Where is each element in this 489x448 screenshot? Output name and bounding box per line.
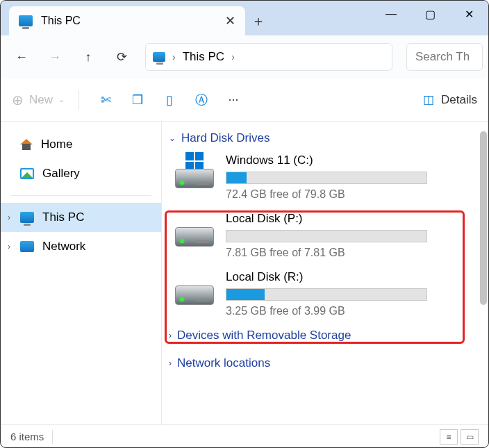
separator [52, 430, 53, 444]
forward-button[interactable]: → [40, 43, 70, 71]
window-controls: — ▢ ✕ [372, 1, 488, 27]
section-label: Devices with Removable Storage [177, 329, 351, 342]
up-button[interactable]: ↑ [73, 43, 103, 71]
navbar: ← → ↑ ⟳ › This PC › Search Th [1, 35, 488, 78]
new-tab-button[interactable]: ＋ [245, 6, 272, 35]
monitor-icon [20, 212, 34, 223]
search-placeholder: Search Th [415, 50, 470, 64]
drive-name: Local Disk (R:) [226, 270, 469, 284]
body: Home Gallery › This PC › Network ⌄ Hard … [1, 122, 488, 424]
windows-logo-icon [185, 152, 204, 170]
maximize-button[interactable]: ▢ [411, 1, 449, 27]
details-view-button[interactable]: ◫ Details [423, 92, 477, 107]
chevron-right-icon: › [231, 51, 235, 63]
tiles-view-icon[interactable]: ▭ [461, 429, 479, 445]
drive-r[interactable]: Local Disk (R:) 3.25 GB free of 3.99 GB [165, 265, 479, 323]
toolbar: ⊕ New ⌄ ✄ ❐ ▯ Ⓐ ··· ◫ Details [1, 78, 488, 122]
separator [78, 90, 79, 110]
chevron-right-icon: › [172, 51, 176, 63]
minimize-button[interactable]: — [372, 1, 411, 27]
back-button[interactable]: ← [6, 43, 37, 71]
section-header-hdd[interactable]: ⌄ Hard Disk Drives [165, 128, 479, 148]
section-label: Hard Disk Drives [181, 131, 270, 145]
drive-info: Windows 11 (C:) 72.4 GB free of 79.8 GB [226, 154, 469, 201]
chevron-right-icon[interactable]: › [8, 242, 10, 251]
chevron-down-icon: ⌄ [169, 133, 176, 143]
drive-p[interactable]: Local Disk (P:) 7.81 GB free of 7.81 GB [165, 206, 479, 265]
drive-name: Local Disk (P:) [226, 212, 469, 226]
more-button[interactable]: ··· [221, 88, 246, 113]
usage-bar [226, 230, 427, 242]
separator [10, 195, 151, 196]
status-bar: 6 items ≡ ▭ [1, 424, 488, 448]
usage-bar [226, 288, 427, 301]
item-count: 6 items [10, 431, 44, 442]
sidebar-item-home[interactable]: Home [1, 130, 161, 159]
gallery-icon [20, 168, 34, 179]
rename-icon[interactable]: Ⓐ [189, 88, 214, 113]
drive-c[interactable]: Windows 11 (C:) 72.4 GB free of 79.8 GB [165, 148, 479, 206]
sidebar: Home Gallery › This PC › Network [1, 122, 162, 424]
section-header-removable[interactable]: › Devices with Removable Storage [165, 326, 479, 345]
tab-close-icon[interactable]: ✕ [225, 13, 235, 28]
usage-bar [226, 172, 427, 184]
sidebar-item-gallery[interactable]: Gallery [1, 159, 161, 188]
refresh-button[interactable]: ⟳ [106, 43, 137, 71]
network-icon [20, 241, 34, 252]
drive-icon [174, 270, 215, 305]
copy-icon[interactable]: ❐ [125, 88, 150, 113]
chevron-right-icon: › [169, 331, 172, 340]
close-button[interactable]: ✕ [449, 1, 488, 27]
sidebar-label: This PC [42, 210, 84, 224]
chevron-right-icon: › [169, 358, 172, 368]
drive-info: Local Disk (R:) 3.25 GB free of 3.99 GB [226, 270, 469, 317]
drive-name: Windows 11 (C:) [226, 154, 469, 167]
new-label: New [29, 93, 53, 107]
content-pane: ⌄ Hard Disk Drives Windows 11 (C:) 72.4 … [162, 122, 488, 424]
sidebar-item-network[interactable]: › Network [1, 232, 161, 261]
new-button[interactable]: ⊕ New ⌄ [12, 92, 65, 108]
drive-stat: 7.81 GB free of 7.81 GB [226, 247, 469, 259]
sidebar-label: Network [42, 240, 85, 254]
sidebar-label: Gallery [42, 167, 80, 181]
details-view-icon[interactable]: ≡ [440, 429, 458, 445]
search-input[interactable]: Search Th [406, 43, 483, 71]
sidebar-item-this-pc[interactable]: › This PC [1, 203, 161, 232]
sidebar-label: Home [41, 138, 72, 151]
drive-stat: 72.4 GB free of 79.8 GB [226, 188, 469, 201]
cut-icon[interactable]: ✄ [93, 88, 118, 113]
paste-icon[interactable]: ▯ [157, 88, 182, 113]
monitor-icon [153, 52, 165, 62]
home-icon [20, 139, 33, 150]
drive-icon [174, 154, 215, 188]
section-hard-disk-drives: ⌄ Hard Disk Drives Windows 11 (C:) 72.4 … [165, 128, 479, 323]
drive-icon [174, 212, 215, 247]
scrollbar[interactable] [480, 131, 487, 305]
chevron-right-icon[interactable]: › [8, 213, 10, 222]
monitor-icon [19, 15, 33, 26]
tab-title: This PC [41, 15, 81, 27]
section-header-network-locations[interactable]: › Network locations [165, 354, 479, 373]
drive-info: Local Disk (P:) 7.81 GB free of 7.81 GB [226, 212, 469, 259]
address-location: This PC [183, 50, 224, 64]
section-label: Network locations [177, 356, 270, 370]
titlebar: This PC ✕ ＋ — ▢ ✕ [1, 1, 488, 35]
drive-stat: 3.25 GB free of 3.99 GB [226, 305, 469, 317]
address-bar[interactable]: › This PC › [145, 43, 392, 71]
details-label: Details [441, 93, 477, 107]
tab-this-pc[interactable]: This PC ✕ [9, 6, 245, 35]
